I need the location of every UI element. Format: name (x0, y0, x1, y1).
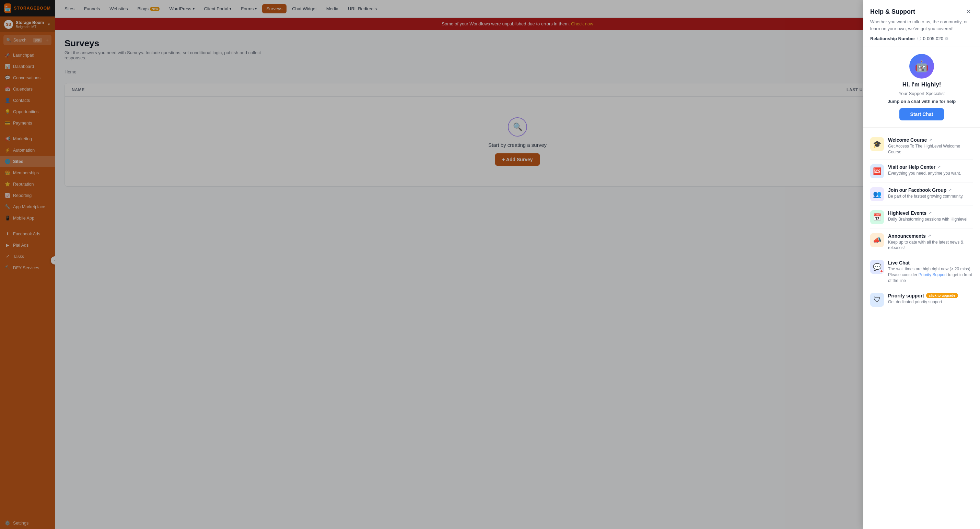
highlevel-events-desc: Daily Brainstorming sessions with Highle… (888, 216, 973, 222)
help-link-facebook-group[interactable]: 👥 Join our Facebook Group ↗ Be part of t… (870, 183, 973, 205)
help-subtitle: Whether you want to talk to us, the comm… (870, 19, 973, 32)
help-title: Help & Support (870, 8, 915, 16)
external-link-icon: ↗ (948, 187, 951, 192)
start-chat-button[interactable]: Start Chat (899, 108, 944, 121)
relationship-number-row: Relationship Number ⓘ 0-005-020 ⧉ (870, 36, 973, 41)
upgrade-badge: click to upgrade (926, 293, 958, 298)
external-link-icon: ↗ (928, 234, 931, 238)
help-bot-section: 🤖 Hi, I'm Highly! Your Support Specialis… (863, 47, 980, 128)
bot-name: Hi, I'm Highly! (902, 81, 941, 88)
help-link-welcome-course[interactable]: 🎓 Welcome Course ↗ Get Access To The Hig… (870, 133, 973, 159)
help-header-row: Help & Support ✕ (870, 7, 973, 16)
help-links-section: 🎓 Welcome Course ↗ Get Access To The Hig… (863, 128, 980, 316)
facebook-group-content: Join our Facebook Group ↗ Be part of the… (888, 187, 973, 199)
priority-support-link[interactable]: Priority Support (919, 272, 947, 277)
facebook-group-title: Join our Facebook Group ↗ (888, 187, 973, 193)
priority-support-content: Priority support click to upgrade Get de… (888, 293, 973, 305)
help-link-highlevel-events[interactable]: 📅 Highlevel Events ↗ Daily Brainstorming… (870, 206, 973, 229)
live-chat-desc: The wait times are high right now (> 20 … (888, 266, 973, 283)
announcements-desc: Keep up to date with all the latest news… (888, 240, 973, 251)
external-link-icon: ↗ (929, 211, 932, 215)
highlevel-events-title: Highlevel Events ↗ (888, 210, 973, 216)
announcements-title: Announcements ↗ (888, 233, 973, 239)
announcements-icon: 📣 (870, 233, 884, 247)
welcome-course-title: Welcome Course ↗ (888, 137, 973, 143)
priority-support-desc: Get dedicated priority support (888, 299, 973, 305)
copy-relationship-number-icon[interactable]: ⧉ (945, 37, 948, 41)
live-chat-status-dot (880, 270, 883, 273)
help-link-announcements[interactable]: 📣 Announcements ↗ Keep up to date with a… (870, 229, 973, 256)
help-center-desc: Everything you need, anytime you want. (888, 170, 973, 176)
relationship-info-icon[interactable]: ⓘ (917, 36, 921, 41)
help-header: Help & Support ✕ Whether you want to tal… (863, 0, 980, 47)
bot-avatar: 🤖 (909, 54, 934, 79)
welcome-course-icon: 🎓 (870, 137, 884, 151)
welcome-course-content: Welcome Course ↗ Get Access To The HighL… (888, 137, 973, 155)
welcome-course-desc: Get Access To The HighLevel Welcome Cour… (888, 143, 973, 155)
relationship-number-label: Relationship Number (870, 36, 915, 41)
help-center-icon: 🆘 (870, 164, 884, 178)
bot-role: Your Support Specialist (899, 91, 945, 96)
live-chat-title: Live Chat (888, 260, 973, 265)
bot-cta: Jump on a chat with me for help (888, 99, 956, 104)
modal-overlay[interactable] (0, 0, 980, 529)
facebook-group-icon: 👥 (870, 187, 884, 201)
live-chat-content: Live Chat The wait times are high right … (888, 260, 973, 283)
help-link-live-chat[interactable]: 💬 Live Chat The wait times are high righ… (870, 256, 973, 288)
priority-support-title: Priority support click to upgrade (888, 293, 973, 299)
help-close-button[interactable]: ✕ (964, 7, 973, 16)
external-link-icon: ↗ (937, 165, 940, 169)
relationship-number-value: 0-005-020 (923, 36, 943, 41)
facebook-group-desc: Be part of the fastest growing community… (888, 194, 973, 199)
help-link-priority-support[interactable]: 🛡 Priority support click to upgrade Get … (870, 289, 973, 311)
highlevel-events-content: Highlevel Events ↗ Daily Brainstorming s… (888, 210, 973, 222)
external-link-icon: ↗ (929, 138, 932, 142)
announcements-content: Announcements ↗ Keep up to date with all… (888, 233, 973, 251)
help-center-content: Visit our Help Center ↗ Everything you n… (888, 164, 973, 176)
help-support-panel: Help & Support ✕ Whether you want to tal… (863, 0, 980, 529)
help-center-title: Visit our Help Center ↗ (888, 164, 973, 170)
help-link-help-center[interactable]: 🆘 Visit our Help Center ↗ Everything you… (870, 160, 973, 183)
highlevel-events-icon: 📅 (870, 210, 884, 224)
priority-support-icon: 🛡 (870, 293, 884, 307)
live-chat-icon: 💬 (870, 260, 884, 274)
